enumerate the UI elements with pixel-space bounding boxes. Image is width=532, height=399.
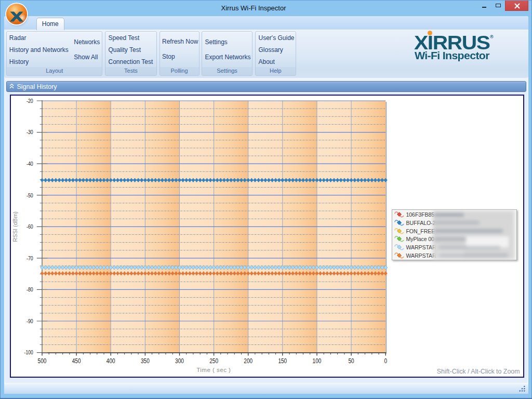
svg-text:500: 500 xyxy=(37,357,46,365)
svg-text:200: 200 xyxy=(244,357,252,365)
svg-text:-50: -50 xyxy=(26,192,33,198)
svg-text:350: 350 xyxy=(141,357,150,365)
svg-text:300: 300 xyxy=(175,357,184,365)
svg-text:-30: -30 xyxy=(26,129,33,136)
svg-text:-40: -40 xyxy=(26,161,33,167)
svg-text:-60: -60 xyxy=(26,223,33,230)
svg-text:Time ( sec ): Time ( sec ) xyxy=(196,367,231,373)
svg-text:450: 450 xyxy=(72,357,81,365)
svg-text:-70: -70 xyxy=(26,255,33,261)
svg-text:50: 50 xyxy=(348,357,354,365)
svg-text:-90: -90 xyxy=(26,318,33,324)
svg-text:150: 150 xyxy=(278,357,287,365)
svg-text:250: 250 xyxy=(209,357,218,365)
svg-text:-20: -20 xyxy=(26,98,33,104)
svg-text:RSSI (dBm): RSSI (dBm) xyxy=(11,211,18,242)
svg-text:-80: -80 xyxy=(26,286,33,292)
svg-text:0: 0 xyxy=(384,357,387,365)
svg-text:400: 400 xyxy=(106,357,115,365)
svg-text:100: 100 xyxy=(312,357,321,365)
svg-text:-100: -100 xyxy=(24,350,33,356)
